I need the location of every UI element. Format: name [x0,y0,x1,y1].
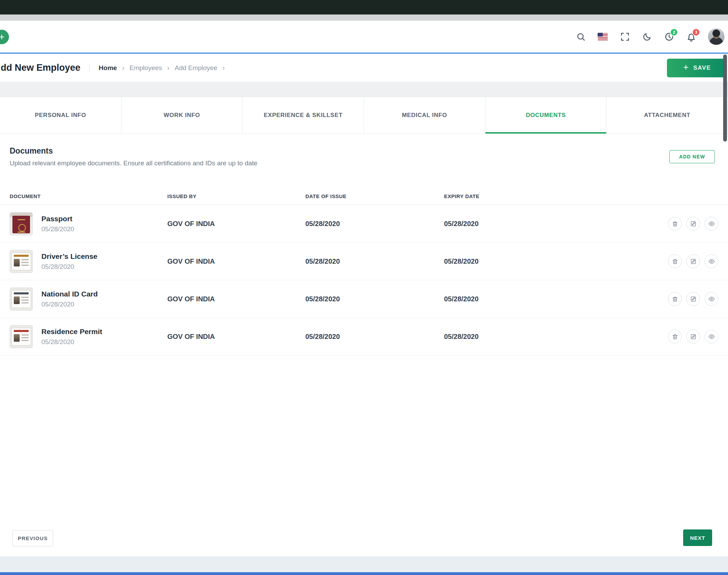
next-button[interactable]: NEXT [683,529,712,546]
title-divider [89,64,90,72]
edit-button[interactable] [686,217,700,231]
tab-experience-skillset[interactable]: EXPERIENCE & SKILLSET [243,97,364,134]
tab-documents[interactable]: DOCUMENTS [485,97,607,134]
history-button[interactable]: 2 [664,31,674,42]
notifications-button[interactable]: 3 [686,31,696,42]
expiry-date-value: 05/28/2020 [444,295,653,303]
page-title-bar: dd New Employee Home › Employees › Add E… [0,54,728,82]
search-button[interactable] [575,31,586,42]
scrollbar-thumb[interactable] [723,55,727,142]
date-of-issue-value: 05/28/2020 [305,295,444,303]
tab-medical-info[interactable]: MEDICAL INFO [364,97,485,134]
table-row: Driver’s License 05/28/2020 GOV OF INDIA… [0,243,728,280]
view-button[interactable] [705,292,718,306]
table-row: National ID Card 05/28/2020 GOV OF INDIA… [0,280,728,318]
tab-work-info[interactable]: WORK INFO [121,97,243,134]
table-header-row: DOCUMENT ISSUED BY DATE OF ISSUE EXPIRY … [0,186,728,205]
quick-add-button[interactable]: + [0,30,9,44]
column-header-document: DOCUMENT [10,193,167,199]
document-date: 05/28/2020 [41,225,74,233]
language-button[interactable] [598,31,608,42]
breadcrumb-employees[interactable]: Employees [130,64,162,72]
table-row: Passport 05/28/2020 GOV OF INDIA 05/28/2… [0,205,728,243]
tab-attachement[interactable]: ATTACHEMENT [607,97,728,134]
view-button[interactable] [705,330,718,343]
edit-button[interactable] [686,254,700,268]
document-date: 05/28/2020 [41,263,97,271]
header-icons: 2 3 [575,21,725,52]
eye-icon [708,333,715,340]
documents-card: Documents Upload relevant employee docum… [0,134,728,556]
eye-icon [708,258,715,265]
bell-badge: 3 [692,28,700,36]
documents-heading: Documents [10,146,257,156]
trash-icon [672,221,678,227]
save-button[interactable]: SAVE [667,59,727,77]
national-id-thumbnail [10,288,33,311]
fullscreen-icon [620,32,630,41]
window-top-bar [0,0,728,14]
trash-icon [672,333,678,340]
delete-button[interactable] [668,292,682,306]
tab-bar: PERSONAL INFO WORK INFO EXPERIENCE & SKI… [0,97,728,134]
plus-icon [682,64,689,72]
view-button[interactable] [705,254,718,268]
edit-icon [690,333,697,340]
app-header: + [0,21,728,52]
search-icon [576,32,586,41]
breadcrumb-add-employee[interactable]: Add Employee [175,64,217,72]
documents-header: Documents Upload relevant employee docum… [10,146,257,167]
us-flag-icon [598,33,608,41]
expiry-date-value: 05/28/2020 [444,333,653,341]
document-date: 05/28/2020 [41,338,102,346]
edit-button[interactable] [686,292,700,306]
edit-icon [690,296,697,302]
tab-personal-info[interactable]: PERSONAL INFO [0,97,121,134]
window-gray-strip [0,14,728,21]
delete-button[interactable] [668,254,682,268]
edit-icon [690,258,697,265]
trash-icon [672,296,678,302]
chevron-right-icon: › [223,64,225,72]
document-date: 05/28/2020 [41,301,98,308]
delete-button[interactable] [668,217,682,231]
add-new-button[interactable]: ADD NEW [669,150,715,163]
issued-by-value: GOV OF INDIA [167,295,305,303]
column-header-date-of-issue: DATE OF ISSUE [305,193,444,199]
page-title: dd New Employee [1,62,80,73]
issued-by-value: GOV OF INDIA [167,257,305,265]
issued-by-value: GOV OF INDIA [167,333,305,341]
edit-button[interactable] [686,330,700,343]
column-header-expiry-date: EXPIRY DATE [444,193,653,199]
passport-thumbnail [10,212,33,235]
documents-subheading: Upload relevant employee documents. Ensu… [10,159,257,167]
delete-button[interactable] [668,330,682,343]
view-button[interactable] [705,217,718,231]
eye-icon [708,221,715,227]
fullscreen-button[interactable] [620,31,630,42]
chevron-right-icon: › [122,64,125,72]
table-row: Residence Permit 05/28/2020 GOV OF INDIA… [0,318,728,355]
chevron-right-icon: › [167,64,170,72]
residence-permit-thumbnail [10,325,33,348]
trash-icon [672,258,678,265]
date-of-issue-value: 05/28/2020 [305,333,444,341]
previous-button[interactable]: PREVIOUS [12,530,53,546]
expiry-date-value: 05/28/2020 [444,257,653,265]
save-button-label: SAVE [693,65,711,71]
dark-mode-button[interactable] [642,31,652,42]
date-of-issue-value: 05/28/2020 [305,257,444,265]
document-name: Residence Permit [41,328,102,336]
breadcrumb: Home › Employees › Add Employee › [99,64,225,72]
issued-by-value: GOV OF INDIA [167,220,305,228]
eye-icon [708,296,715,302]
screen: + [0,0,728,575]
column-header-issued-by: ISSUED BY [167,193,305,199]
bottom-strip [0,556,728,572]
breadcrumb-home[interactable]: Home [99,64,117,72]
edit-icon [690,221,697,227]
avatar[interactable] [708,28,725,45]
document-name: National ID Card [41,290,98,298]
drivers-license-thumbnail [10,250,33,273]
moon-icon [642,32,652,41]
